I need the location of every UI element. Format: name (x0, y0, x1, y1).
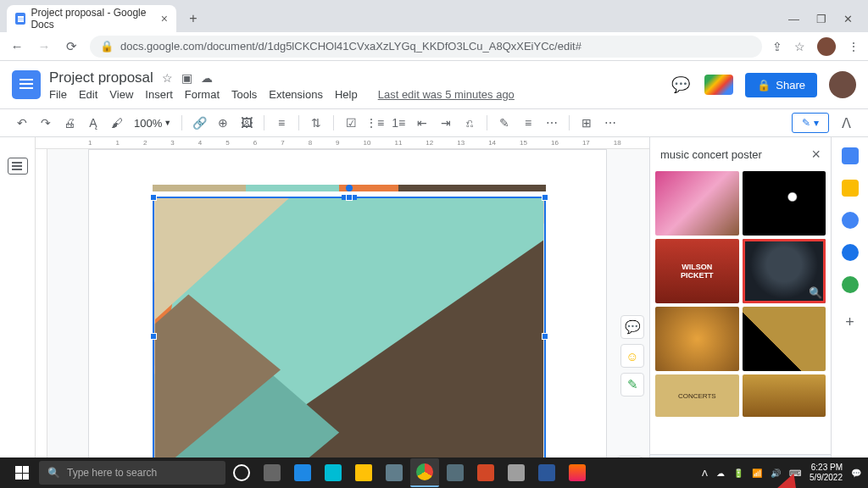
result-image[interactable] (655, 171, 739, 236)
taskbar-app[interactable] (319, 458, 348, 487)
numbered-list-button[interactable]: 1≡ (388, 113, 409, 133)
taskbar-app[interactable] (563, 458, 592, 487)
taskbar-app[interactable] (502, 458, 531, 487)
onedrive-icon[interactable]: ☁ (716, 469, 725, 478)
border-weight-button[interactable]: ≡ (518, 113, 538, 133)
clock[interactable]: 6:23 PM 5/9/2022 (810, 463, 843, 483)
calendar-app-icon[interactable] (842, 147, 859, 164)
line-spacing-button[interactable]: ⇅ (306, 113, 326, 133)
undo-button[interactable]: ↶ (12, 113, 32, 133)
more-button[interactable]: ⋯ (600, 113, 620, 133)
close-panel-icon[interactable]: × (811, 146, 821, 164)
indent-decrease-button[interactable]: ⇤ (412, 113, 432, 133)
paint-format-button[interactable]: 🖌 (107, 113, 127, 133)
border-dash-button[interactable]: ⋯ (542, 113, 562, 133)
align-button[interactable]: ≡ (271, 113, 292, 133)
resize-handle[interactable] (542, 333, 548, 340)
selected-image[interactable] (153, 197, 546, 476)
spellcheck-button[interactable]: Ą (83, 113, 103, 133)
back-button[interactable]: ← (8, 39, 25, 53)
meet-icon[interactable] (704, 75, 733, 95)
tray-chevron-icon[interactable]: ᐱ (702, 469, 708, 478)
redo-button[interactable]: ↷ (36, 113, 56, 133)
contacts-app-icon[interactable] (842, 244, 859, 261)
word-icon[interactable] (532, 458, 561, 487)
result-image[interactable] (743, 307, 826, 371)
close-tab-icon[interactable]: × (161, 12, 168, 25)
explore-query[interactable]: music concert poster (660, 148, 762, 161)
outline-toggle-icon[interactable] (8, 158, 28, 175)
share-button[interactable]: 🔒 Share (745, 73, 817, 97)
vertical-ruler[interactable] (36, 149, 47, 488)
doc-title[interactable]: Project proposal (49, 69, 153, 86)
maps-app-icon[interactable] (842, 276, 859, 293)
wifi-icon[interactable]: 📶 (752, 469, 762, 478)
close-window-icon[interactable]: ✕ (843, 13, 853, 25)
menu-tools[interactable]: Tools (231, 88, 257, 101)
clear-format-button[interactable]: ⎌ (459, 113, 480, 133)
rotate-handle[interactable] (346, 185, 353, 191)
hide-menus-button[interactable]: ᐱ (836, 113, 856, 133)
menu-edit[interactable]: Edit (79, 88, 97, 101)
result-image-selected[interactable]: 🔍 (743, 239, 826, 303)
account-avatar[interactable] (829, 71, 856, 98)
tasks-app-icon[interactable] (842, 212, 859, 229)
notifications-icon[interactable]: 💬 (851, 469, 861, 478)
powerpoint-icon[interactable] (471, 458, 500, 487)
image-options-button[interactable]: ⊞ (576, 113, 597, 133)
cloud-status-icon[interactable]: ☁ (201, 71, 213, 85)
star-icon[interactable]: ☆ (162, 71, 173, 85)
result-image[interactable] (655, 307, 739, 371)
resize-handle[interactable] (542, 194, 548, 201)
menu-help[interactable]: Help (335, 88, 358, 101)
result-image[interactable] (743, 374, 826, 417)
zoom-dropdown[interactable]: 100%▼ (131, 117, 175, 130)
keep-app-icon[interactable] (842, 180, 859, 197)
menu-file[interactable]: File (49, 88, 67, 101)
cortana-icon[interactable] (227, 458, 256, 487)
resize-handle[interactable] (346, 194, 353, 201)
menu-extensions[interactable]: Extensions (269, 88, 323, 101)
url-field[interactable]: 🔒 docs.google.com/document/d/1dg5lCKCHOl… (90, 36, 762, 58)
last-edit-link[interactable]: Last edit was 5 minutes ago (378, 88, 515, 101)
resize-handle[interactable] (150, 333, 157, 340)
task-view-icon[interactable] (258, 458, 287, 487)
taskbar-app[interactable] (288, 458, 317, 487)
link-button[interactable]: 🔗 (189, 113, 209, 133)
comment-history-icon[interactable]: 💬 (669, 73, 693, 97)
checklist-button[interactable]: ☑ (341, 113, 361, 133)
taskbar-app[interactable] (380, 458, 409, 487)
maximize-icon[interactable]: ❐ (816, 13, 826, 25)
magnify-icon[interactable]: 🔍 (809, 286, 822, 300)
print-button[interactable]: 🖨 (59, 113, 80, 133)
reload-button[interactable]: ⟳ (63, 39, 80, 54)
menu-view[interactable]: View (109, 88, 133, 101)
document-canvas[interactable]: 1123456789101112131415161718 (36, 137, 649, 488)
result-image[interactable]: CONCERTS (655, 374, 739, 417)
move-icon[interactable]: ▣ (181, 71, 192, 85)
taskbar-app[interactable] (441, 458, 470, 487)
comment-button[interactable]: ⊕ (213, 113, 233, 133)
image-results[interactable]: WILSONPICKETT 🔍 CONCERTS (650, 171, 831, 454)
indent-increase-button[interactable]: ⇥ (436, 113, 456, 133)
start-button[interactable] (7, 458, 37, 488)
add-emoji-button[interactable]: ☺ (620, 344, 644, 368)
result-image[interactable] (743, 171, 826, 236)
forward-button[interactable]: → (36, 39, 53, 53)
menu-insert[interactable]: Insert (145, 88, 173, 101)
chrome-taskbar-icon[interactable] (410, 458, 439, 487)
add-comment-button[interactable]: 💬 (620, 315, 644, 339)
chrome-menu-icon[interactable]: ⋮ (848, 40, 860, 53)
new-tab-button[interactable]: + (181, 7, 205, 30)
browser-tab[interactable]: Project proposal - Google Docs × (7, 5, 176, 32)
bullet-list-button[interactable]: ⋮≡ (364, 113, 385, 133)
taskbar-search[interactable]: 🔍 Type here to search (39, 461, 225, 485)
taskbar-app[interactable] (349, 458, 378, 487)
share-url-icon[interactable]: ⇪ (772, 40, 782, 53)
add-addon-icon[interactable]: + (845, 313, 854, 331)
image-button[interactable]: 🖼 (236, 113, 257, 133)
battery-icon[interactable]: 🔋 (733, 469, 743, 478)
menu-format[interactable]: Format (185, 88, 220, 101)
border-color-button[interactable]: ✎ (494, 113, 515, 133)
bookmark-icon[interactable]: ☆ (794, 40, 805, 53)
